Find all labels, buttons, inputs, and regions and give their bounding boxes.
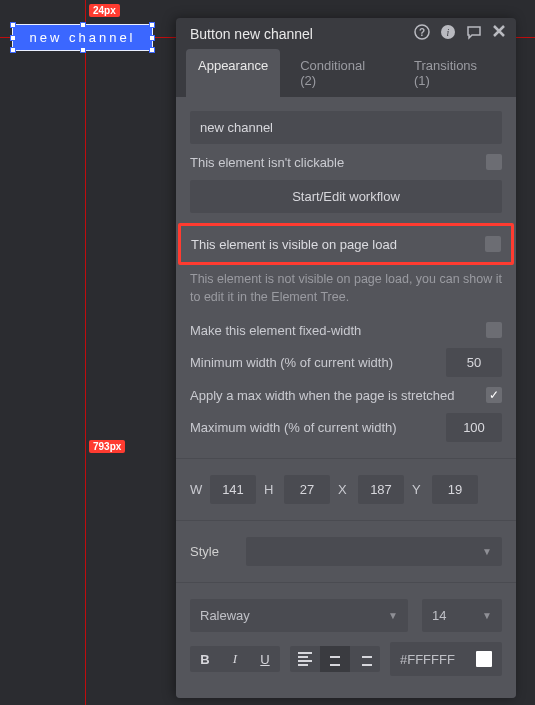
font-family-select[interactable]: Raleway ▼ — [190, 599, 408, 632]
chevron-down-icon: ▼ — [482, 610, 492, 621]
guide-vertical — [85, 0, 86, 705]
style-label: Style — [190, 544, 232, 559]
y-label: Y — [412, 482, 426, 497]
max-apply-label: Apply a max width when the page is stret… — [190, 388, 478, 403]
dimension-tag-top: 24px — [89, 4, 120, 17]
max-width-input[interactable] — [446, 413, 502, 442]
resize-handle[interactable] — [10, 47, 16, 53]
align-right-button[interactable] — [350, 646, 380, 672]
font-family-value: Raleway — [200, 608, 250, 623]
fixed-width-label: Make this element fixed-width — [190, 323, 478, 338]
dimension-tag-side: 793px — [89, 440, 125, 453]
fixed-width-checkbox[interactable] — [486, 322, 502, 338]
x-label: X — [338, 482, 352, 497]
color-hex: #FFFFFF — [400, 652, 455, 667]
resize-handle[interactable] — [149, 35, 155, 41]
h-input[interactable] — [284, 475, 330, 504]
svg-text:?: ? — [419, 27, 425, 38]
min-width-label: Minimum width (% of current width) — [190, 355, 438, 370]
align-left-button[interactable] — [290, 646, 320, 672]
property-panel: Button new channel ? i Appearance Condit… — [176, 18, 516, 698]
selected-button[interactable]: new channel — [12, 24, 153, 51]
visible-checkbox[interactable] — [485, 236, 501, 252]
font-size-value: 14 — [432, 608, 446, 623]
y-input[interactable] — [432, 475, 478, 504]
clickable-label: This element isn't clickable — [190, 155, 478, 170]
color-swatch — [476, 651, 492, 667]
align-group — [290, 646, 380, 672]
panel-title: Button new channel — [190, 26, 414, 42]
visible-label: This element is visible on page load — [191, 237, 485, 252]
resize-handle[interactable] — [80, 22, 86, 28]
w-input[interactable] — [210, 475, 256, 504]
chevron-down-icon: ▼ — [388, 610, 398, 621]
help-icon[interactable]: ? — [414, 24, 430, 43]
w-label: W — [190, 482, 204, 497]
panel-body: This element isn't clickable Start/Edit … — [176, 97, 516, 698]
divider — [176, 458, 516, 459]
close-icon[interactable] — [492, 24, 506, 43]
resize-handle[interactable] — [10, 22, 16, 28]
tab-appearance[interactable]: Appearance — [186, 49, 280, 97]
max-width-label: Maximum width (% of current width) — [190, 420, 438, 435]
divider — [176, 582, 516, 583]
resize-handle[interactable] — [80, 47, 86, 53]
bold-button[interactable]: B — [190, 646, 220, 672]
clickable-checkbox[interactable] — [486, 154, 502, 170]
visible-on-load-row: This element is visible on page load — [178, 223, 514, 265]
workflow-button[interactable]: Start/Edit workflow — [190, 180, 502, 213]
panel-tabs: Appearance Conditional (2) Transitions (… — [176, 49, 516, 97]
style-select[interactable]: ▼ — [246, 537, 502, 566]
chevron-down-icon: ▼ — [482, 546, 492, 557]
text-format-group: B I U — [190, 646, 280, 672]
h-label: H — [264, 482, 278, 497]
resize-handle[interactable] — [10, 35, 16, 41]
selected-button-label: new channel — [30, 30, 136, 45]
underline-button[interactable]: U — [250, 646, 280, 672]
editor-canvas: 24px 793px new channel Button new channe… — [0, 0, 535, 705]
align-center-button[interactable] — [320, 646, 350, 672]
tab-transitions[interactable]: Transitions (1) — [402, 49, 506, 97]
button-text-input[interactable] — [190, 111, 502, 144]
svg-text:i: i — [447, 27, 450, 38]
visible-help-text: This element is not visible on page load… — [190, 271, 502, 306]
info-icon[interactable]: i — [440, 24, 456, 43]
max-apply-checkbox[interactable] — [486, 387, 502, 403]
panel-header: Button new channel ? i — [176, 18, 516, 49]
divider — [176, 520, 516, 521]
x-input[interactable] — [358, 475, 404, 504]
text-color-picker[interactable]: #FFFFFF — [390, 642, 502, 676]
resize-handle[interactable] — [149, 47, 155, 53]
tab-conditional[interactable]: Conditional (2) — [288, 49, 394, 97]
comment-icon[interactable] — [466, 24, 482, 43]
geometry-row: W H X Y — [190, 475, 502, 504]
resize-handle[interactable] — [149, 22, 155, 28]
min-width-input[interactable] — [446, 348, 502, 377]
italic-button[interactable]: I — [220, 646, 250, 672]
font-size-select[interactable]: 14 ▼ — [422, 599, 502, 632]
